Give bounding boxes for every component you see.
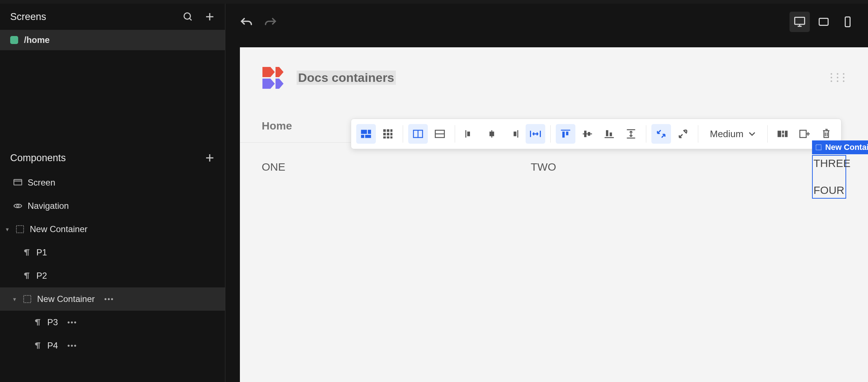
add-component-icon[interactable] bbox=[795, 124, 814, 144]
drag-handle-icon[interactable]: ● ● ●● ● ●● ● ● bbox=[830, 72, 846, 83]
more-icon[interactable]: ••• bbox=[67, 318, 77, 327]
add-screen-icon[interactable] bbox=[203, 10, 216, 23]
viewport-tablet-icon[interactable] bbox=[813, 12, 834, 32]
tree-label: Screen bbox=[28, 178, 55, 188]
selection-badge: New Contai bbox=[812, 140, 868, 154]
justify-end-icon[interactable] bbox=[504, 124, 523, 144]
paragraph-icon bbox=[33, 318, 42, 326]
svg-rect-18 bbox=[361, 135, 364, 138]
chevron-down-icon[interactable]: ▾ bbox=[13, 296, 16, 303]
tree-item-p1[interactable]: P1 bbox=[0, 241, 225, 264]
svg-rect-21 bbox=[387, 129, 389, 132]
app-logo-icon bbox=[262, 65, 287, 90]
tree-item-p4[interactable]: P4 ••• bbox=[0, 334, 225, 357]
tree-item-p2[interactable]: P2 bbox=[0, 264, 225, 287]
tree-label: P1 bbox=[36, 247, 47, 258]
chevron-down-icon[interactable]: ▾ bbox=[6, 226, 9, 233]
tree-item-container-1[interactable]: ▾ New Container bbox=[0, 218, 225, 241]
container-icon bbox=[15, 225, 25, 233]
add-component-icon[interactable] bbox=[203, 151, 216, 164]
screens-header: Screens bbox=[0, 4, 225, 30]
editor-area: Docs containers ● ● ●● ● ●● ● ● Home bbox=[225, 4, 868, 382]
svg-rect-61 bbox=[816, 145, 821, 150]
svg-rect-53 bbox=[782, 131, 784, 134]
svg-rect-47 bbox=[604, 137, 614, 138]
container-icon bbox=[816, 144, 821, 151]
paragraph-icon bbox=[33, 342, 42, 350]
svg-rect-15 bbox=[845, 17, 850, 27]
app-title: Docs containers bbox=[297, 71, 396, 85]
screen-item-label: /home bbox=[24, 35, 50, 45]
gap-size-select[interactable]: Medium bbox=[703, 124, 762, 144]
tree-label: P3 bbox=[47, 317, 58, 327]
svg-rect-6 bbox=[14, 179, 22, 185]
justify-between-icon[interactable] bbox=[526, 124, 545, 144]
undo-icon[interactable] bbox=[240, 15, 253, 28]
svg-rect-14 bbox=[819, 18, 828, 25]
tree-label: P4 bbox=[47, 341, 58, 351]
svg-rect-36 bbox=[490, 132, 494, 136]
selected-container[interactable]: New Contai THREE FOUR bbox=[812, 155, 846, 199]
components-header: Components bbox=[0, 145, 225, 171]
size-grow-icon[interactable] bbox=[673, 124, 693, 144]
svg-rect-55 bbox=[785, 131, 788, 137]
align-top-icon[interactable] bbox=[556, 124, 575, 144]
justify-center-icon[interactable] bbox=[482, 124, 502, 144]
svg-rect-33 bbox=[465, 130, 466, 138]
components-label: Components bbox=[10, 152, 66, 164]
align-stretch-icon[interactable] bbox=[621, 124, 641, 144]
screens-label: Screens bbox=[10, 11, 46, 23]
svg-rect-23 bbox=[383, 133, 386, 135]
tree-item-navigation[interactable]: Navigation bbox=[0, 194, 225, 218]
svg-rect-16 bbox=[361, 130, 367, 134]
content-row: ONE TWO New Contai THREE FOUR bbox=[240, 143, 868, 173]
svg-rect-19 bbox=[365, 135, 371, 138]
more-icon[interactable]: ••• bbox=[104, 295, 114, 303]
tree-item-screen[interactable]: Screen bbox=[0, 171, 225, 194]
redo-icon[interactable] bbox=[264, 15, 277, 28]
layout-grid-icon[interactable] bbox=[378, 124, 398, 144]
svg-rect-9 bbox=[16, 226, 24, 233]
svg-point-8 bbox=[17, 205, 19, 207]
svg-rect-37 bbox=[517, 130, 518, 138]
eye-icon bbox=[13, 202, 23, 210]
viewport-desktop-icon[interactable] bbox=[789, 12, 810, 32]
svg-rect-34 bbox=[467, 132, 470, 136]
paragraph-one[interactable]: ONE bbox=[262, 161, 531, 173]
search-icon[interactable] bbox=[181, 10, 194, 23]
insert-left-icon[interactable] bbox=[773, 124, 792, 144]
svg-rect-42 bbox=[562, 132, 564, 138]
svg-rect-52 bbox=[778, 131, 781, 137]
direction-row-icon[interactable] bbox=[408, 124, 428, 144]
svg-rect-49 bbox=[610, 132, 612, 136]
tree-label: New Container bbox=[37, 294, 95, 304]
svg-rect-38 bbox=[514, 132, 517, 136]
svg-rect-46 bbox=[588, 132, 590, 136]
tree-label: New Container bbox=[30, 224, 88, 234]
tree-item-container-2[interactable]: ▾ New Container ••• bbox=[0, 287, 225, 311]
selection-badge-label: New Contai bbox=[825, 143, 868, 152]
direction-column-icon[interactable] bbox=[430, 124, 450, 144]
align-middle-icon[interactable] bbox=[578, 124, 597, 144]
paragraph-two[interactable]: TWO bbox=[531, 161, 800, 173]
layout-flex-icon[interactable] bbox=[356, 124, 376, 144]
paragraph-three[interactable]: THREE bbox=[813, 156, 845, 171]
align-bottom-icon[interactable] bbox=[599, 124, 619, 144]
screen-icon bbox=[13, 179, 23, 187]
more-icon[interactable]: ••• bbox=[67, 342, 77, 350]
svg-rect-25 bbox=[390, 133, 393, 135]
size-shrink-icon[interactable] bbox=[651, 124, 671, 144]
tree-label: Navigation bbox=[28, 201, 69, 211]
svg-rect-10 bbox=[24, 295, 31, 303]
justify-start-icon[interactable] bbox=[460, 124, 480, 144]
screen-item-home[interactable]: /home bbox=[0, 30, 225, 50]
svg-rect-28 bbox=[390, 136, 393, 139]
viewport-mobile-icon[interactable] bbox=[837, 12, 858, 32]
paragraph-four[interactable]: FOUR bbox=[813, 183, 845, 198]
design-canvas[interactable]: Docs containers ● ● ●● ● ●● ● ● Home bbox=[240, 47, 868, 382]
tree-item-p3[interactable]: P3 ••• bbox=[0, 311, 225, 334]
svg-rect-26 bbox=[383, 136, 386, 139]
app-header: Docs containers ● ● ●● ● ●● ● ● bbox=[240, 47, 868, 90]
svg-point-0 bbox=[184, 13, 190, 19]
svg-rect-24 bbox=[387, 133, 389, 135]
